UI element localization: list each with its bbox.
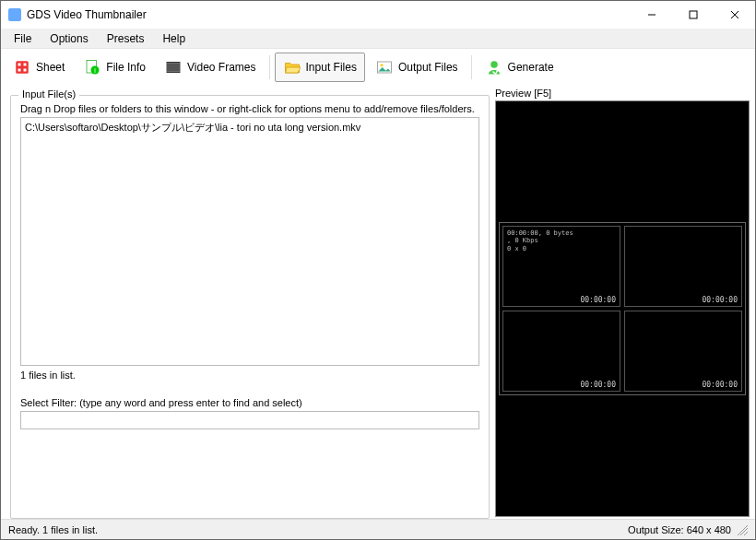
menubar: File Options Presets Help bbox=[1, 29, 755, 49]
thumbnail-timestamp: 00:00:00 bbox=[580, 296, 616, 304]
toolbar-video-frames-label: Video Frames bbox=[187, 61, 255, 74]
toolbar-separator-2 bbox=[471, 55, 472, 79]
toolbar-file-info-label: File Info bbox=[106, 61, 146, 74]
thumbnail-timestamp: 00:00:00 bbox=[702, 381, 738, 389]
svg-point-17 bbox=[490, 61, 498, 68]
toolbar-output-files-label: Output Files bbox=[398, 61, 458, 74]
thumbnail-3[interactable]: 00:00:00 bbox=[502, 311, 620, 392]
filter-label: Select Filter: (type any word and press … bbox=[20, 397, 479, 408]
thumbnail-timestamp: 00:00:00 bbox=[580, 381, 616, 389]
menu-file[interactable]: File bbox=[5, 30, 41, 47]
toolbar-separator bbox=[269, 55, 270, 79]
file-list[interactable]: C:\Users\softaro\Desktop\サンプル\ビデオ\lia - … bbox=[20, 117, 479, 366]
menu-presets[interactable]: Presets bbox=[98, 30, 154, 47]
statusbar: Ready. 1 files in list. Output Size: 640… bbox=[1, 519, 755, 539]
app-window: GDS Video Thumbnailer File Options Prese… bbox=[0, 0, 756, 540]
svg-rect-4 bbox=[16, 61, 29, 74]
folder-open-icon bbox=[283, 58, 301, 76]
resize-grip-icon[interactable] bbox=[737, 524, 748, 535]
toolbar-sheet-label: Sheet bbox=[36, 61, 65, 74]
preview-label: Preview [F5] bbox=[495, 88, 750, 99]
toolbar-output-files-button[interactable]: Output Files bbox=[367, 53, 467, 82]
thumbnail-4[interactable]: 00:00:00 bbox=[624, 311, 742, 392]
menu-options[interactable]: Options bbox=[41, 30, 97, 47]
status-left: Ready. 1 files in list. bbox=[8, 524, 98, 535]
svg-rect-1 bbox=[690, 11, 697, 18]
svg-rect-14 bbox=[167, 72, 181, 74]
picture-icon bbox=[375, 58, 394, 76]
sheet-icon bbox=[13, 58, 31, 76]
menu-help[interactable]: Help bbox=[153, 30, 195, 47]
drag-drop-hint: Drag n Drop files or folders to this win… bbox=[20, 103, 479, 114]
toolbar: Sheet i File Info Video Frames Input Fil… bbox=[1, 49, 755, 86]
content-area: Input File(s) Drag n Drop files or folde… bbox=[1, 86, 755, 519]
toolbar-file-info-button[interactable]: i File Info bbox=[75, 53, 154, 82]
svg-rect-8 bbox=[24, 69, 27, 72]
thumbnail-meta: 00:00:00, 0 bytes , 0 Kbps 0 x 0 bbox=[507, 229, 573, 252]
file-list-item[interactable]: C:\Users\softaro\Desktop\サンプル\ビデオ\lia - … bbox=[23, 120, 477, 135]
svg-rect-13 bbox=[167, 62, 181, 64]
filter-input[interactable] bbox=[20, 411, 479, 429]
generate-icon bbox=[485, 58, 503, 76]
status-right: Output Size: 640 x 480 bbox=[628, 524, 731, 535]
close-button[interactable] bbox=[714, 1, 755, 29]
input-files-group: Input File(s) Drag n Drop files or folde… bbox=[10, 95, 490, 519]
file-count-label: 1 files in list. bbox=[20, 370, 479, 381]
toolbar-video-frames-button[interactable]: Video Frames bbox=[156, 53, 264, 82]
input-files-legend: Input File(s) bbox=[18, 88, 79, 100]
toolbar-generate-label: Generate bbox=[508, 61, 554, 74]
titlebar: GDS Video Thumbnailer bbox=[1, 1, 755, 29]
svg-rect-12 bbox=[167, 64, 181, 72]
svg-rect-5 bbox=[18, 64, 21, 66]
svg-rect-6 bbox=[24, 64, 27, 66]
preview-panel: Preview [F5] 00:00:00, 0 bytes , 0 Kbps … bbox=[495, 88, 750, 517]
thumbnail-2[interactable]: 00:00:00 bbox=[624, 226, 742, 307]
app-icon bbox=[8, 8, 21, 21]
svg-rect-7 bbox=[18, 69, 21, 72]
toolbar-generate-button[interactable]: Generate bbox=[477, 53, 562, 82]
thumbnail-timestamp: 00:00:00 bbox=[702, 296, 738, 304]
file-info-icon: i bbox=[83, 58, 101, 76]
left-panel: Input File(s) Drag n Drop files or folde… bbox=[10, 88, 490, 517]
thumbnail-1[interactable]: 00:00:00, 0 bytes , 0 Kbps 0 x 0 00:00:0… bbox=[502, 226, 620, 307]
toolbar-input-files-label: Input Files bbox=[306, 61, 357, 74]
thumbnail-grid: 00:00:00, 0 bytes , 0 Kbps 0 x 0 00:00:0… bbox=[499, 222, 746, 395]
toolbar-input-files-button[interactable]: Input Files bbox=[275, 53, 365, 82]
minimize-button[interactable] bbox=[631, 1, 672, 29]
maximize-button[interactable] bbox=[672, 1, 714, 29]
toolbar-sheet-button[interactable]: Sheet bbox=[5, 53, 73, 82]
window-title: GDS Video Thumbnailer bbox=[27, 8, 147, 21]
svg-point-16 bbox=[380, 64, 383, 66]
video-frames-icon bbox=[164, 58, 183, 76]
preview-area[interactable]: 00:00:00, 0 bytes , 0 Kbps 0 x 0 00:00:0… bbox=[495, 100, 750, 517]
